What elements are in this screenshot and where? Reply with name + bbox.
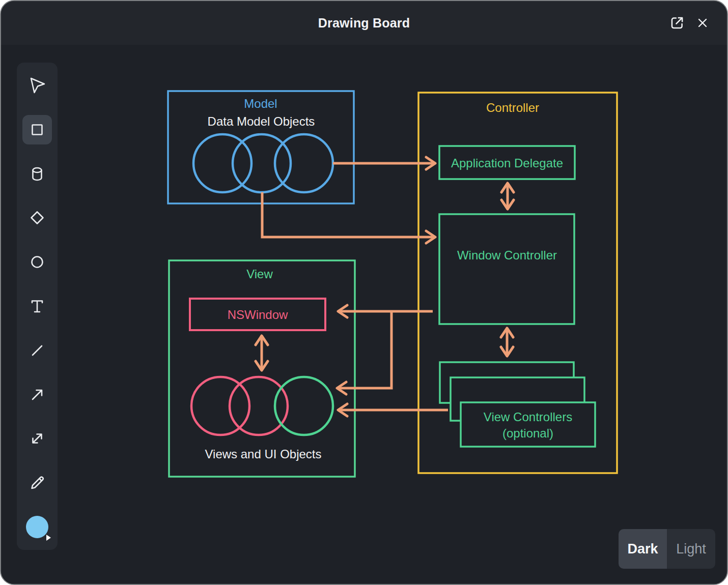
tool-diamond-button[interactable] bbox=[22, 203, 52, 232]
window-title: Drawing Board bbox=[318, 16, 410, 31]
diamond-icon bbox=[27, 208, 47, 228]
pencil-icon bbox=[27, 473, 47, 493]
text-icon bbox=[27, 296, 47, 316]
view-controllers-label-line2: (optional) bbox=[502, 426, 553, 440]
view-controllers-box-front[interactable] bbox=[461, 402, 595, 447]
open-external-icon bbox=[668, 14, 686, 32]
application-delegate-label: Application Delegate bbox=[451, 156, 563, 170]
view-circle-3[interactable] bbox=[275, 377, 333, 435]
model-circle-3[interactable] bbox=[275, 134, 333, 192]
window-controller-label: Window Controller bbox=[457, 248, 557, 262]
tool-ellipse-button[interactable] bbox=[22, 247, 52, 277]
connector-model-to-window-controller[interactable] bbox=[262, 192, 435, 237]
swatch-dropdown-arrow-icon bbox=[46, 535, 51, 541]
controller-title: Controller bbox=[486, 101, 539, 114]
titlebar: Drawing Board bbox=[1, 1, 727, 45]
tool-resize-arrow-button[interactable] bbox=[22, 424, 52, 453]
cylinder-icon bbox=[27, 164, 47, 184]
tool-palette bbox=[17, 63, 58, 550]
line-icon bbox=[27, 340, 47, 361]
view-caption: Views and UI Objects bbox=[205, 447, 322, 461]
drawing-canvas[interactable]: Model Data Model Objects Controller Appl… bbox=[1, 45, 727, 584]
window-controller-box[interactable] bbox=[439, 214, 574, 324]
tool-text-button[interactable] bbox=[22, 291, 52, 321]
app-window: Drawing Board Model Data Mode bbox=[0, 0, 728, 585]
controller-group[interactable]: Controller Application Delegate Window C… bbox=[418, 93, 617, 473]
tool-cylinder-button[interactable] bbox=[22, 159, 52, 189]
tool-line-button[interactable] bbox=[22, 336, 52, 365]
tool-select-button[interactable] bbox=[22, 71, 52, 100]
theme-dark-button[interactable]: Dark bbox=[619, 529, 667, 569]
model-circle-1[interactable] bbox=[193, 134, 251, 192]
close-button[interactable] bbox=[692, 13, 713, 33]
open-external-button[interactable] bbox=[667, 13, 687, 33]
tool-arrow-button[interactable] bbox=[22, 380, 52, 409]
close-icon bbox=[694, 15, 711, 31]
diagram-layer: Model Data Model Objects Controller Appl… bbox=[1, 45, 727, 584]
arrow-icon bbox=[27, 385, 47, 405]
theme-toggle: Dark Light bbox=[619, 529, 715, 569]
model-title: Model bbox=[244, 97, 277, 110]
nswindow-label: NSWindow bbox=[228, 308, 288, 321]
view-title: View bbox=[246, 267, 273, 281]
cursor-icon bbox=[27, 75, 47, 96]
theme-light-button[interactable]: Light bbox=[667, 529, 715, 569]
connector-windowcontroller-to-views[interactable] bbox=[337, 311, 391, 388]
tool-pencil-button[interactable] bbox=[22, 468, 52, 498]
view-circle-1[interactable] bbox=[191, 377, 249, 435]
view-circle-2[interactable] bbox=[230, 377, 288, 435]
double-arrow-icon bbox=[27, 428, 47, 449]
circle-icon bbox=[27, 252, 47, 272]
model-group[interactable]: Model Data Model Objects bbox=[168, 91, 354, 203]
tool-color-swatch-button[interactable] bbox=[22, 512, 52, 542]
color-swatch-icon bbox=[25, 515, 49, 539]
rectangle-icon bbox=[27, 120, 47, 140]
view-controllers-label-line1: View Controllers bbox=[484, 410, 572, 424]
tool-rectangle-button[interactable] bbox=[22, 115, 52, 144]
model-subtitle: Data Model Objects bbox=[208, 114, 315, 128]
